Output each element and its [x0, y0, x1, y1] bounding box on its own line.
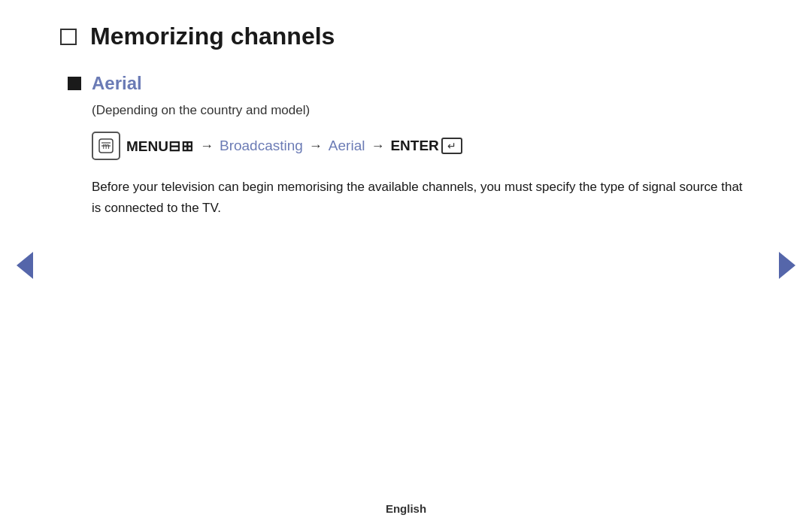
section-bullet-icon [68, 77, 81, 90]
page-title-row: Memorizing channels [60, 23, 752, 50]
menu-label: MENU⊟⊞ [126, 138, 194, 155]
section-subtitle: (Depending on the country and model) [92, 103, 752, 118]
nav-prev-button[interactable] [17, 252, 33, 279]
enter-label-group: ENTER ↵ [390, 138, 462, 154]
enter-label: ENTER [390, 138, 438, 154]
section-header-row: Aerial [68, 73, 752, 94]
enter-icon: ↵ [441, 138, 462, 154]
title-checkbox-icon [60, 29, 77, 45]
menu-icon-box: m [92, 132, 120, 160]
page-container: Memorizing channels Aerial (Depending on… [0, 0, 812, 530]
aerial-link: Aerial [329, 138, 365, 154]
nav-next-button[interactable] [779, 252, 795, 279]
arrow-3: → [371, 138, 384, 154]
arrow-1: → [200, 138, 214, 154]
page-title: Memorizing channels [90, 23, 335, 50]
footer-language: English [386, 502, 426, 515]
menu-remote-icon: m [98, 138, 114, 154]
section-block: Aerial (Depending on the country and mod… [68, 73, 752, 219]
section-description: Before your television can begin memoris… [92, 177, 752, 219]
broadcasting-link: Broadcasting [220, 138, 303, 154]
menu-path-row: m MENU⊟⊞ → Broadcasting → Aerial → ENTER… [92, 132, 752, 160]
section-title: Aerial [92, 73, 142, 94]
arrow-2: → [309, 138, 323, 154]
